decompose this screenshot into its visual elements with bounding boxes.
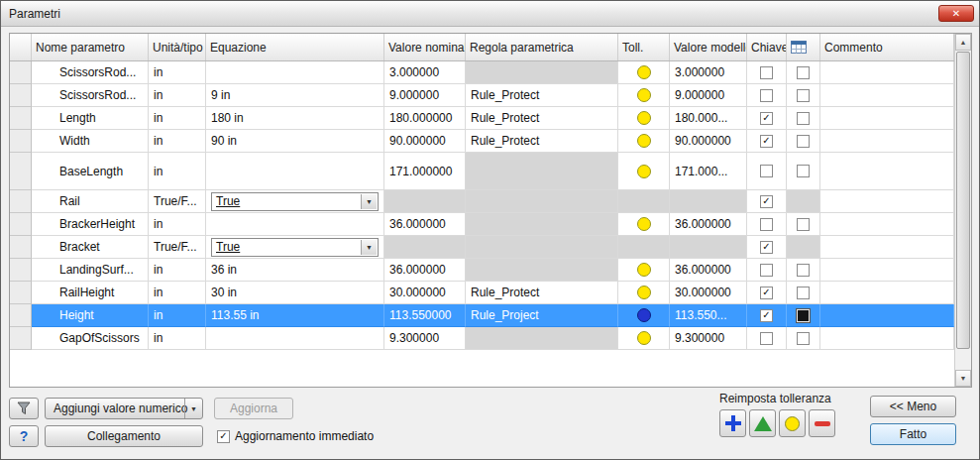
cell-key[interactable]: ✓: [747, 282, 787, 304]
tolerance-indicator-yellow[interactable]: [637, 111, 651, 125]
cell-export[interactable]: [787, 130, 820, 153]
add-numeric-value-button[interactable]: Aggiungi valore numerico ▼: [45, 398, 203, 419]
cell-toll[interactable]: [618, 213, 670, 236]
close-button[interactable]: ✕: [938, 5, 974, 22]
table-row[interactable]: ScissorsRod...in3.0000003.000000: [10, 61, 954, 84]
cell-key[interactable]: [747, 327, 787, 350]
export-checkbox[interactable]: [797, 264, 810, 277]
cell-comment[interactable]: [820, 213, 954, 236]
cell-comment[interactable]: [820, 61, 954, 84]
table-row[interactable]: Widthin90 in90.000000Rule_Protect90.0000…: [10, 130, 954, 153]
immediate-update-checkbox[interactable]: ✓: [217, 430, 230, 443]
cell-export[interactable]: [787, 236, 820, 259]
chevron-down-icon[interactable]: ▼: [361, 240, 377, 255]
table-row[interactable]: Heightin113.55 in113.550000Rule_Project1…: [10, 304, 954, 327]
cell-toll[interactable]: [618, 190, 670, 213]
cell-comment[interactable]: [820, 153, 954, 190]
tolerance-indicator-yellow[interactable]: [637, 263, 651, 277]
cell-comment[interactable]: [820, 259, 954, 282]
cell-comment[interactable]: [820, 304, 954, 327]
title-bar[interactable]: Parametri ✕: [1, 1, 979, 27]
done-button[interactable]: Fatto: [870, 423, 956, 445]
cell-toll[interactable]: [618, 282, 670, 304]
cell-name[interactable]: Rail: [32, 190, 149, 213]
vertical-scrollbar[interactable]: ▲ ▼: [954, 34, 971, 387]
cell-key[interactable]: ✓: [747, 130, 787, 153]
cell-name[interactable]: Width: [32, 130, 149, 153]
cell-key[interactable]: [747, 259, 787, 282]
cell-toll[interactable]: [618, 107, 670, 130]
update-button[interactable]: Aggiorna: [214, 398, 293, 419]
cell-equation[interactable]: 9 in: [206, 84, 384, 107]
export-checkbox[interactable]: [797, 309, 810, 322]
header-equation[interactable]: Equazione: [206, 34, 384, 60]
cell-name[interactable]: BaseLength: [32, 153, 149, 190]
table-row[interactable]: BaseLengthin171.000000171.000...: [10, 153, 954, 190]
tolerance-circle-button[interactable]: [779, 409, 806, 437]
header-rule[interactable]: Regola parametrica: [466, 34, 618, 60]
key-checkbox[interactable]: [760, 218, 773, 231]
cell-key[interactable]: ✓: [747, 304, 787, 327]
tolerance-indicator-yellow[interactable]: [637, 65, 651, 79]
cell-comment[interactable]: [820, 190, 954, 213]
cell-equation[interactable]: [206, 153, 384, 190]
cell-export[interactable]: [787, 282, 820, 304]
table-row[interactable]: ScissorsRod...in9 in9.000000Rule_Protect…: [10, 84, 954, 107]
scrollbar-thumb[interactable]: [956, 52, 970, 349]
cell-comment[interactable]: [820, 84, 954, 107]
header-name[interactable]: Nome parametro: [32, 34, 149, 60]
key-checkbox[interactable]: ✓: [760, 135, 773, 148]
cell-export[interactable]: [787, 190, 820, 213]
cell-key[interactable]: [747, 213, 787, 236]
cell-equation[interactable]: 36 in: [206, 259, 384, 282]
tolerance-minus-button[interactable]: [809, 409, 835, 437]
row-selector[interactable]: [10, 61, 32, 84]
filter-button[interactable]: [9, 398, 39, 419]
link-button[interactable]: Collegamento: [45, 425, 203, 447]
cell-comment[interactable]: [820, 130, 954, 153]
cell-key[interactable]: ✓: [747, 236, 787, 259]
equation-dropdown[interactable]: True▼: [211, 192, 379, 211]
cell-toll[interactable]: [618, 84, 670, 107]
cell-comment[interactable]: [820, 107, 954, 130]
immediate-update-checkbox-group[interactable]: ✓ Aggiornamento immediato: [217, 429, 374, 443]
row-selector[interactable]: [10, 213, 32, 236]
tolerance-indicator-yellow[interactable]: [637, 134, 651, 148]
export-checkbox[interactable]: [797, 332, 810, 345]
row-selector[interactable]: [10, 259, 32, 282]
less-button[interactable]: << Meno: [870, 396, 956, 417]
cell-equation[interactable]: [206, 213, 384, 236]
table-row[interactable]: LandingSurf...in36 in36.00000036.000000: [10, 259, 954, 282]
key-checkbox[interactable]: ✓: [760, 112, 773, 125]
cell-export[interactable]: [787, 153, 820, 190]
cell-name[interactable]: Height: [32, 304, 149, 327]
row-selector[interactable]: [10, 130, 32, 153]
cell-name[interactable]: Bracket: [32, 236, 149, 259]
tolerance-indicator-yellow[interactable]: [637, 165, 651, 178]
row-selector[interactable]: [10, 84, 32, 107]
chevron-down-icon[interactable]: ▼: [184, 399, 202, 418]
row-selector[interactable]: [10, 190, 32, 213]
row-selector[interactable]: [10, 304, 32, 327]
key-checkbox[interactable]: ✓: [760, 309, 773, 322]
cell-key[interactable]: [747, 61, 787, 84]
key-checkbox[interactable]: [760, 89, 773, 102]
key-checkbox[interactable]: ✓: [760, 195, 773, 208]
header-export[interactable]: [787, 34, 820, 60]
table-row[interactable]: BrackerHeightin36.00000036.000000: [10, 213, 954, 236]
tolerance-triangle-button[interactable]: [749, 409, 776, 437]
header-nominal[interactable]: Valore nominale: [384, 34, 466, 60]
cell-name[interactable]: GapOfScissors: [32, 327, 149, 350]
cell-toll[interactable]: [618, 259, 670, 282]
header-selector[interactable]: [10, 34, 32, 60]
export-checkbox[interactable]: [797, 165, 810, 177]
cell-export[interactable]: [787, 327, 820, 350]
cell-equation[interactable]: True▼: [206, 236, 384, 259]
cell-equation[interactable]: 113.55 in: [206, 304, 384, 327]
tolerance-indicator-yellow[interactable]: [637, 217, 651, 231]
cell-name[interactable]: ScissorsRod...: [32, 61, 149, 84]
header-toll[interactable]: Toll.: [618, 34, 670, 60]
cell-comment[interactable]: [820, 282, 954, 304]
key-checkbox[interactable]: ✓: [760, 241, 773, 254]
tolerance-indicator-blue[interactable]: [637, 308, 651, 322]
